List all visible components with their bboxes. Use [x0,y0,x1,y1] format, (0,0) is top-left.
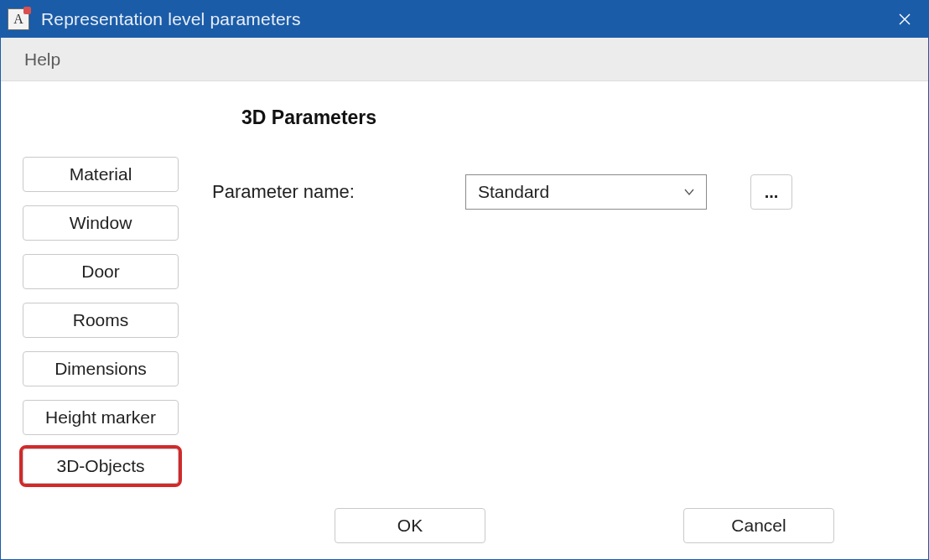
sidebar-item-height-marker[interactable]: Height marker [23,400,179,435]
sidebar-item-dimensions[interactable]: Dimensions [23,351,179,386]
sidebar-item-door[interactable]: Door [23,254,179,289]
footer: OK Cancel [1,500,928,559]
sidebar: Material Window Door Rooms Dimensions He… [23,106,179,492]
chevron-down-icon [682,185,696,199]
content-area: Material Window Door Rooms Dimensions He… [1,81,928,500]
select-parameter-name-value: Standard [478,182,549,202]
dialog-window: A Representation level parameters Help M… [0,0,929,560]
titlebar: A Representation level parameters [1,1,928,38]
window-title: Representation level parameters [41,9,881,29]
sidebar-item-3d-objects[interactable]: 3D-Objects [23,449,179,484]
app-icon: A [8,8,29,30]
section-title: 3D Parameters [241,106,906,129]
sidebar-item-window[interactable]: Window [23,205,179,241]
ok-button[interactable]: OK [335,508,485,543]
close-icon [898,13,911,26]
menu-help[interactable]: Help [19,46,65,73]
menubar: Help [1,38,928,81]
close-button[interactable] [881,1,928,38]
main-panel: 3D Parameters Parameter name: Standard .… [212,106,906,492]
row-parameter-name: Parameter name: Standard ... [212,174,906,210]
select-parameter-name[interactable]: Standard [465,174,707,210]
browse-parameter-button[interactable]: ... [750,174,792,210]
sidebar-item-rooms[interactable]: Rooms [23,303,179,338]
sidebar-item-material[interactable]: Material [23,157,179,192]
cancel-button[interactable]: Cancel [683,508,834,543]
label-parameter-name: Parameter name: [212,181,439,203]
